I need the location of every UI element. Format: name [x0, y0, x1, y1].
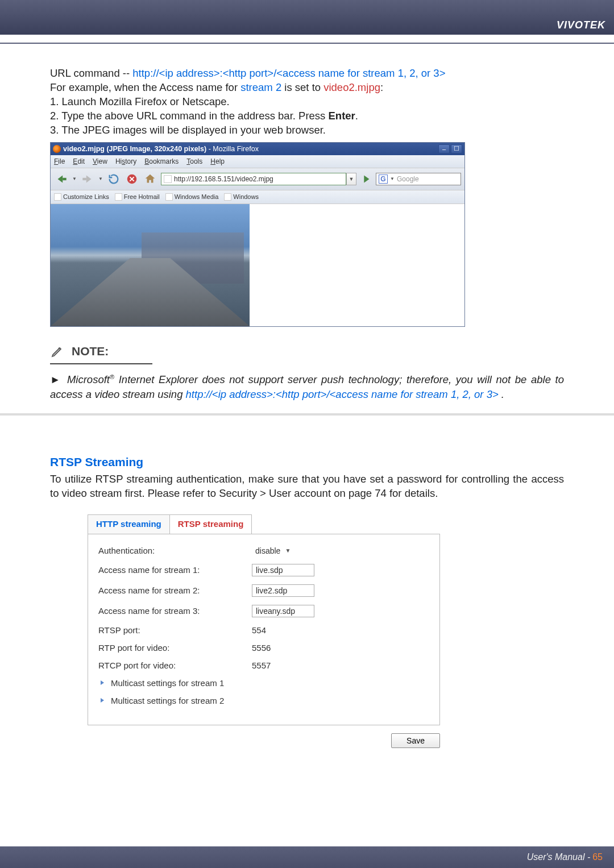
bookmark-icon — [115, 193, 122, 201]
url-prefix: URL command -- — [50, 67, 132, 79]
bookmark-windows-media[interactable]: Windows Media — [165, 193, 219, 201]
note-text-d: . — [499, 388, 504, 400]
back-dropdown-icon[interactable]: ▼ — [72, 177, 77, 181]
multicast-label: Multicast settings for stream 2 — [111, 696, 224, 705]
stream2-input[interactable]: live2.sdp — [252, 584, 314, 597]
bookmark-label: Free Hotmail — [124, 193, 160, 200]
page-footer: User's Manual - 65 — [0, 846, 614, 868]
stream1-input[interactable]: live.sdp — [252, 564, 314, 576]
bullet-arrow-icon: ► — [50, 373, 60, 385]
search-engine-dropdown-icon[interactable]: ▼ — [390, 177, 395, 181]
rtsp-body-text: To utilize RTSP streaming authentication… — [50, 472, 564, 501]
panel-body: Authentication: disable ▼ Access name fo… — [88, 534, 440, 725]
multicast-stream2[interactable]: Multicast settings for stream 2 — [98, 696, 429, 705]
rtsp-heading: RTSP Streaming — [50, 455, 564, 469]
auth-select[interactable]: disable ▼ — [252, 546, 294, 556]
stream3-label: Access name for stream 3: — [98, 606, 252, 616]
browser-content — [51, 204, 464, 326]
url-pattern: http://<ip address>:<http port>/<access … — [132, 67, 445, 79]
example-stream: stream 2 — [240, 81, 281, 93]
go-button[interactable] — [360, 173, 372, 185]
note-registered: ® — [110, 373, 114, 380]
browser-titlebar: video2.mjpg (JPEG Image, 320x240 pixels)… — [51, 143, 464, 155]
page-number: 65 — [592, 852, 603, 862]
section-divider — [0, 413, 614, 416]
menu-bookmarks[interactable]: Bookmarks — [144, 157, 179, 165]
note-text-a: Microsoft — [67, 373, 110, 385]
menu-file[interactable]: File — [54, 157, 65, 165]
browser-toolbar: ▼ ▼ http://192.168.5.151/video2 — [51, 168, 464, 190]
pencil-icon — [50, 344, 65, 359]
rtcp-port-label: RTCP port for video: — [98, 661, 252, 670]
bookmark-label: Customize Links — [63, 193, 109, 200]
stop-button[interactable] — [125, 172, 139, 186]
step-2-enter: Enter — [329, 110, 355, 122]
maximize-button[interactable]: ☐ — [451, 144, 462, 153]
home-button[interactable] — [143, 172, 157, 186]
minimize-button[interactable]: – — [438, 144, 450, 153]
bookmark-icon — [224, 193, 231, 201]
bookmark-bar: Customize Links Free Hotmail Windows Med… — [51, 190, 464, 204]
note-body: ► Microsoft® Internet Explorer does not … — [50, 372, 564, 402]
example-e: : — [380, 81, 383, 93]
bookmark-label: Windows Media — [175, 193, 219, 200]
bookmark-icon — [54, 193, 61, 201]
bookmark-label: Windows — [233, 193, 259, 200]
address-text: http://192.168.5.151/video2.mjpg — [174, 175, 273, 183]
step-3: 3. The JPEG images will be displayed in … — [50, 123, 564, 138]
header-bar: VIVOTEK — [0, 0, 614, 35]
note-title: NOTE: — [72, 344, 109, 358]
firefox-icon — [53, 145, 61, 153]
browser-window: video2.mjpg (JPEG Image, 320x240 pixels)… — [50, 142, 465, 327]
footer-text: User's Manual - — [527, 852, 591, 862]
title-main: video2.mjpg (JPEG Image, 320x240 pixels) — [63, 145, 206, 153]
stream1-label: Access name for stream 1: — [98, 565, 252, 575]
page-icon — [164, 175, 172, 183]
forward-button[interactable] — [80, 172, 95, 186]
auth-label: Authentication: — [98, 546, 252, 555]
menu-edit[interactable]: Edit — [73, 157, 85, 165]
search-placeholder: Google — [397, 175, 419, 183]
header-divider — [0, 43, 614, 44]
chevron-down-icon: ▼ — [285, 547, 291, 554]
bookmark-windows[interactable]: Windows — [224, 193, 259, 201]
save-button[interactable]: Save — [391, 733, 440, 748]
google-icon: G — [379, 175, 388, 184]
url-command-section: URL command -- http://<ip address>:<http… — [50, 67, 564, 138]
bookmark-customize-links[interactable]: Customize Links — [54, 193, 109, 201]
menu-history[interactable]: History — [115, 157, 136, 165]
title-suffix: - Mozilla Firefox — [206, 145, 259, 153]
window-title: video2.mjpg (JPEG Image, 320x240 pixels)… — [63, 145, 259, 153]
multicast-label: Multicast settings for stream 1 — [111, 678, 224, 688]
multicast-stream1[interactable]: Multicast settings for stream 1 — [98, 678, 429, 688]
tab-rtsp-streaming[interactable]: RTSP streaming — [169, 514, 252, 534]
rtcp-port-value: 5557 — [252, 661, 271, 670]
example-filename: video2.mjpg — [323, 81, 380, 93]
menu-view[interactable]: View — [93, 157, 107, 165]
stream3-input[interactable]: liveany.sdp — [252, 605, 314, 617]
bookmark-free-hotmail[interactable]: Free Hotmail — [115, 193, 160, 201]
reload-button[interactable] — [106, 172, 121, 186]
window-controls: – ☐ — [438, 144, 462, 153]
address-dropdown[interactable]: ▼ — [346, 173, 356, 185]
note-section: NOTE: ► Microsoft® Internet Explorer doe… — [50, 344, 564, 402]
menu-tools[interactable]: Tools — [186, 157, 202, 165]
step-2c: . — [355, 110, 358, 122]
tab-http-streaming[interactable]: HTTP streaming — [88, 514, 169, 534]
menu-help[interactable]: Help — [210, 157, 225, 165]
search-box[interactable]: G ▼ Google — [376, 173, 461, 185]
rtsp-port-value: 554 — [252, 625, 266, 635]
browser-menubar: File Edit View History Bookmarks Tools H… — [51, 155, 464, 168]
note-url: http://<ip address>:<http port>/<access … — [186, 388, 499, 400]
example-c: is set to — [281, 81, 323, 93]
fwd-dropdown-icon[interactable]: ▼ — [98, 177, 103, 181]
bookmark-icon — [165, 193, 173, 201]
stream2-label: Access name for stream 2: — [98, 585, 252, 595]
back-button[interactable] — [54, 172, 69, 186]
expand-icon — [98, 696, 106, 704]
rtsp-port-label: RTSP port: — [98, 625, 252, 635]
address-bar[interactable]: http://192.168.5.151/video2.mjpg — [161, 173, 346, 185]
brand-logo: VIVOTEK — [557, 19, 605, 31]
example-a: For example, when the Access name for — [50, 81, 240, 93]
expand-icon — [98, 679, 106, 687]
